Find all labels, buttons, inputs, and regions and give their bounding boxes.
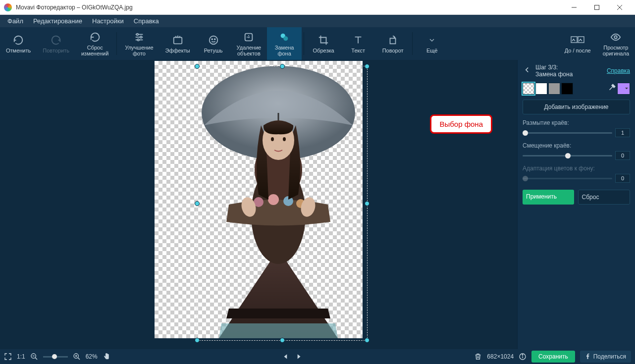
title-bar: Movavi Фоторедактор – OIGkOtWuZQA.jpg [0,0,635,15]
svg-marker-42 [298,354,301,359]
handle-tl[interactable] [195,64,200,69]
minimize-button[interactable] [563,0,585,15]
svg-line-38 [78,358,80,360]
adapt-label: Адаптация цветов к фону: [523,165,630,172]
delete-button[interactable] [474,353,482,361]
panel-help-link[interactable]: Справка [607,67,630,74]
reset-button[interactable]: Сброс [578,190,631,205]
eye-icon [610,31,621,44]
menu-settings[interactable]: Настройки [87,17,129,25]
next-button[interactable] [295,353,302,360]
handle-bm[interactable] [280,338,285,343]
main-toolbar: Отменить Повторить Сброс изменений Улучш… [0,27,635,60]
bgswap-icon [279,31,290,44]
separator [116,32,117,55]
panel-title: Шаг 3/3:Замена фона [535,64,603,78]
blur-value[interactable]: 1 [615,128,630,137]
undo-icon [13,34,24,47]
color-picker[interactable] [617,83,630,95]
add-image-button[interactable]: Добавить изображение [523,100,630,114]
text-tool[interactable]: Текст [341,27,375,60]
svg-point-12 [212,39,212,40]
rotate-tool[interactable]: Поворот [375,27,410,60]
svg-rect-10 [173,38,182,44]
text-icon [353,34,364,47]
handle-tm[interactable] [280,64,285,69]
before-after-tool[interactable]: До / после [559,27,597,60]
shift-slider[interactable] [523,155,612,156]
handle-mr[interactable] [365,201,370,206]
swatch-transparent[interactable] [523,83,534,95]
menu-edit[interactable]: Редактирование [28,17,87,25]
svg-rect-1 [595,5,599,9]
remove-objects-tool[interactable]: Удаление объектов [231,27,267,60]
facebook-icon [585,354,591,360]
handle-tr[interactable] [365,64,370,69]
svg-line-35 [35,358,37,360]
enhance-tool[interactable]: Улучшение фото [119,27,159,60]
undo-tool[interactable]: Отменить [0,27,37,60]
crop-tool[interactable]: Обрезка [306,27,341,60]
menu-file[interactable]: Файл [2,17,28,25]
menu-help[interactable]: Справка [129,17,164,25]
shift-value[interactable]: 0 [615,151,630,160]
selection-box[interactable] [197,66,368,341]
save-button[interactable]: Сохранить [531,351,575,363]
rotate-icon [387,34,398,47]
zoom-value: 62% [86,353,98,360]
svg-point-45 [522,355,523,355]
background-swap-tool[interactable]: Замена фона [267,27,302,60]
svg-point-13 [214,39,215,40]
svg-point-8 [140,36,142,38]
reset-changes-tool[interactable]: Сброс изменений [75,27,114,60]
eyedropper-button[interactable] [607,83,616,94]
shift-label: Смещение краёв: [523,142,630,149]
svg-marker-41 [284,354,287,359]
workspace: Выбор фона Шаг 3/3:Замена фона Справка Д… [0,60,635,349]
menu-bar: Файл Редактирование Настройки Справка [0,15,635,27]
close-button[interactable] [608,0,631,15]
blur-label: Размытие краёв: [523,119,630,126]
zoom-out-button[interactable] [30,353,38,361]
chevron-down-icon [428,34,436,47]
separator [304,32,304,55]
prev-button[interactable] [282,353,289,360]
info-button[interactable] [519,353,527,361]
redo-icon [51,34,61,47]
swatch-white[interactable] [535,83,547,95]
adapt-value: 0 [615,174,630,183]
share-button[interactable]: Поделиться [580,351,631,363]
swatch-black[interactable] [561,83,573,95]
color-swatches [523,83,630,95]
crop-icon [318,34,329,47]
maximize-button[interactable] [585,0,608,15]
separator [412,32,413,55]
redo-tool[interactable]: Повторить [37,27,75,60]
blur-slider[interactable] [523,132,612,134]
reset-icon [90,31,101,44]
back-button[interactable] [523,65,531,76]
effects-tool[interactable]: Эффекты [159,27,196,60]
app-logo-icon [4,3,12,11]
zoom-in-button[interactable] [73,353,81,361]
handle-ml[interactable] [195,201,200,206]
apply-button[interactable]: Применить [523,190,574,205]
fit-ratio[interactable]: 1:1 [17,353,25,360]
window-title: Movavi Фоторедактор – OIGkOtWuZQA.jpg [16,4,563,11]
sliders-icon [134,31,145,44]
svg-point-20 [615,36,618,39]
callout-label: Выбор фона [430,114,492,134]
handle-bl[interactable] [195,338,200,343]
handle-br[interactable] [365,338,370,343]
canvas-area[interactable]: Выбор фона [0,60,517,349]
retouch-tool[interactable]: Ретушь [196,27,231,60]
more-tool[interactable]: Ещё [415,27,449,60]
swatch-gray[interactable] [548,83,560,95]
remove-icon [243,31,254,44]
hand-tool-button[interactable] [103,353,110,361]
dimensions: 682×1024 [487,353,514,360]
view-original-tool[interactable]: Просмотр оригинала [597,27,635,60]
compare-icon [571,34,584,47]
zoom-slider[interactable] [43,356,68,358]
fullscreen-button[interactable] [4,353,12,361]
